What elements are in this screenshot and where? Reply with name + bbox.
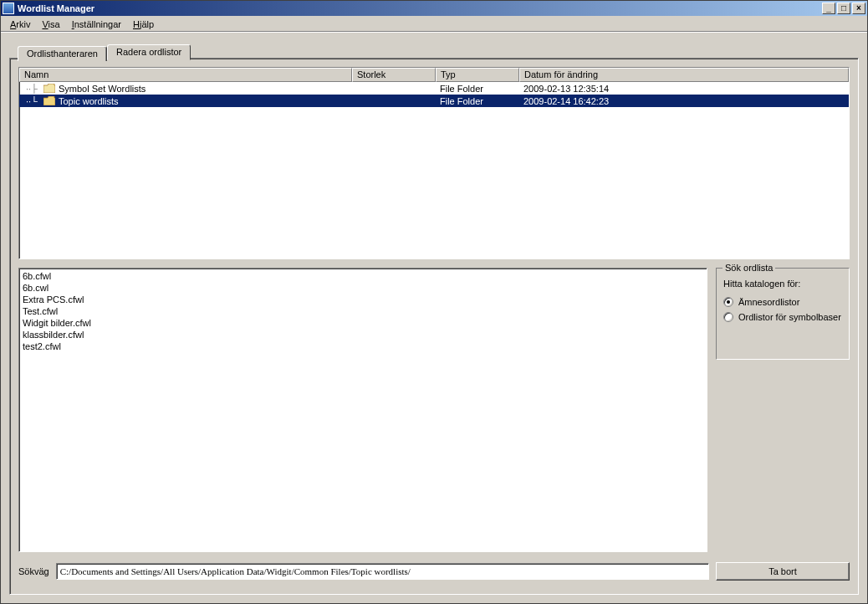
folder-row[interactable]: ··└Topic wordlistsFile Folder2009-02-14 … xyxy=(19,95,849,107)
close-button[interactable]: × xyxy=(852,3,865,14)
col-type[interactable]: Typ xyxy=(436,68,519,82)
minimize-button[interactable]: _ xyxy=(822,3,835,14)
file-list[interactable]: 6b.cfwl6b.cwlExtra PCS.cfwlTest.cfwlWidg… xyxy=(18,268,707,552)
folder-row[interactable]: ··├Symbol Set WordlistsFile Folder2009-0… xyxy=(19,82,849,95)
folder-name: Symbol Set Wordlists xyxy=(59,84,146,94)
file-item[interactable]: Widgit bilder.cfwl xyxy=(23,317,703,329)
folder-date: 2009-02-14 16:42:23 xyxy=(519,96,849,106)
path-label: Sökväg xyxy=(18,566,49,576)
menu-arkiv[interactable]: Arkiv xyxy=(4,18,36,31)
listview-body: ··├Symbol Set WordlistsFile Folder2009-0… xyxy=(19,82,849,107)
folder-listview[interactable]: Namn Storlek Typ Datum för ändring ··├Sy… xyxy=(18,67,850,259)
radio-dot-icon xyxy=(723,297,733,307)
folder-icon xyxy=(43,96,55,105)
col-size[interactable]: Storlek xyxy=(352,68,436,82)
maximize-button[interactable]: □ xyxy=(837,3,850,14)
listview-header: Namn Storlek Typ Datum för ändring xyxy=(19,68,849,82)
menu-visa[interactable]: Visa xyxy=(36,18,65,31)
search-groupbox: Sök ordlista Hitta katalogen för: Ämneso… xyxy=(716,268,850,360)
folder-type: File Folder xyxy=(436,84,519,94)
delete-button[interactable]: Ta bort xyxy=(716,562,850,581)
tab-radera-ordlistor[interactable]: Radera ordlistor xyxy=(107,44,191,60)
titlebar: Wordlist Manager _ □ × xyxy=(1,1,867,16)
tree-line: ··└ xyxy=(23,96,40,106)
tree-line: ··├ xyxy=(23,84,40,94)
lower-section: 6b.cfwl6b.cwlExtra PCS.cfwlTest.cfwlWidg… xyxy=(18,268,850,552)
file-item[interactable]: klassbilder.cfwl xyxy=(23,329,703,340)
file-item[interactable]: Test.cfwl xyxy=(23,305,703,317)
search-label: Hitta katalogen för: xyxy=(723,279,842,289)
menu-hjalp[interactable]: Hjälp xyxy=(127,18,160,31)
radio-label-1: Ämnesordlistor xyxy=(738,297,799,307)
file-item[interactable]: Extra PCS.cfwl xyxy=(23,294,703,305)
folder-icon xyxy=(43,84,55,93)
file-item[interactable]: 6b.cwl xyxy=(23,282,703,294)
radio-label-2: Ordlistor för symbolbaser xyxy=(738,312,841,322)
folder-type: File Folder xyxy=(436,96,519,106)
tab-ordlisthanteraren[interactable]: Ordlisthanteraren xyxy=(18,46,107,61)
col-name[interactable]: Namn xyxy=(19,68,352,82)
file-item[interactable]: test2.cfwl xyxy=(23,340,703,352)
bottom-row: Sökväg Ta bort xyxy=(18,562,850,581)
radio-symbolbaser[interactable]: Ordlistor för symbolbaser xyxy=(723,312,842,322)
window-title: Wordlist Manager xyxy=(18,3,822,13)
col-date[interactable]: Datum för ändring xyxy=(519,68,849,82)
menubar: Arkiv Visa Inställningar Hjälp xyxy=(1,16,867,33)
tab-panel: Namn Storlek Typ Datum för ändring ··├Sy… xyxy=(9,58,859,595)
client-area: Ordlisthanteraren Radera ordlistor Namn … xyxy=(1,33,867,603)
groupbox-legend: Sök ordlista xyxy=(722,263,775,273)
file-item[interactable]: 6b.cfwl xyxy=(23,270,703,282)
tab-strip: Ordlisthanteraren Radera ordlistor xyxy=(18,44,191,59)
app-window: Wordlist Manager _ □ × Arkiv Visa Instäl… xyxy=(0,0,868,604)
folder-date: 2009-02-13 12:35:14 xyxy=(519,84,849,94)
menu-arkiv-rest: rkiv xyxy=(16,19,30,29)
radio-dot-icon xyxy=(723,312,733,322)
app-icon xyxy=(3,3,14,14)
radio-amnesordlistor[interactable]: Ämnesordlistor xyxy=(723,297,842,307)
menu-installningar[interactable]: Inställningar xyxy=(66,18,127,31)
path-input[interactable] xyxy=(56,563,709,580)
folder-name: Topic wordlists xyxy=(59,96,119,106)
